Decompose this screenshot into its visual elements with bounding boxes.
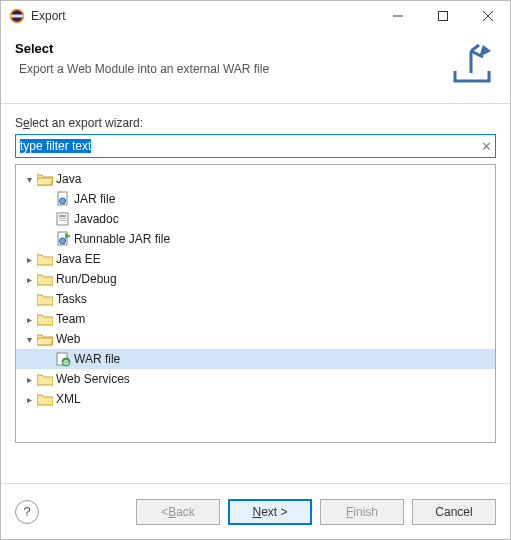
- folder-icon: [36, 311, 54, 327]
- filter-input[interactable]: [15, 134, 496, 158]
- finish-hot: F: [346, 505, 353, 519]
- close-button[interactable]: [465, 1, 510, 31]
- svg-point-8: [60, 198, 66, 204]
- folder-open-icon: [36, 331, 54, 347]
- tree-label: Web: [56, 332, 80, 346]
- next-hot: N: [252, 505, 261, 519]
- window-buttons: [375, 1, 510, 31]
- tree-item-xml[interactable]: ▸ XML: [16, 389, 495, 409]
- runnable-jar-icon: [54, 231, 72, 247]
- tree-item-web[interactable]: ▾ Web: [16, 329, 495, 349]
- svg-marker-15: [65, 233, 71, 239]
- button-bar: ? < Back Next > Finish Cancel: [1, 483, 510, 539]
- back-post: ack: [176, 505, 195, 519]
- collapse-icon[interactable]: ▾: [22, 174, 36, 185]
- svg-rect-1: [11, 15, 23, 18]
- cancel-button[interactable]: Cancel: [412, 499, 496, 525]
- page-title: Select: [15, 41, 438, 56]
- main-area: Select an export wizard: ✕ ▾ Java JAR fi…: [1, 104, 510, 483]
- tree-item-webservices[interactable]: ▸ Web Services: [16, 369, 495, 389]
- svg-rect-12: [59, 220, 66, 221]
- expand-icon[interactable]: ▸: [22, 394, 36, 405]
- jar-file-icon: [54, 191, 72, 207]
- tree-label: JAR file: [74, 192, 115, 206]
- war-file-icon: [54, 351, 72, 367]
- svg-rect-3: [438, 12, 447, 21]
- help-button[interactable]: ?: [15, 500, 39, 524]
- tree-item-war-file[interactable]: WAR file: [16, 349, 495, 369]
- expand-icon[interactable]: ▸: [22, 374, 36, 385]
- tree-item-javaee[interactable]: ▸ Java EE: [16, 249, 495, 269]
- tree-item-runnable-jar[interactable]: Runnable JAR file: [16, 229, 495, 249]
- clear-icon[interactable]: ✕: [481, 139, 492, 154]
- back-button[interactable]: < Back: [136, 499, 220, 525]
- filter-label: Select an export wizard:: [15, 116, 496, 130]
- title-bar: Export: [1, 1, 510, 31]
- expand-icon[interactable]: ▸: [22, 314, 36, 325]
- collapse-icon[interactable]: ▾: [22, 334, 36, 345]
- tree-label: Java: [56, 172, 81, 186]
- filter-label-post: lect an export wizard:: [30, 116, 143, 130]
- window-title: Export: [31, 9, 375, 23]
- tree-label: Web Services: [56, 372, 130, 386]
- tree-label: Java EE: [56, 252, 101, 266]
- wizard-header: Select Export a Web Module into an exter…: [1, 31, 510, 104]
- back-pre: <: [161, 505, 168, 519]
- javadoc-icon: [54, 211, 72, 227]
- next-button[interactable]: Next >: [228, 499, 312, 525]
- tree-label: Javadoc: [74, 212, 119, 226]
- folder-icon: [36, 251, 54, 267]
- tree-item-team[interactable]: ▸ Team: [16, 309, 495, 329]
- folder-open-icon: [36, 171, 54, 187]
- tree-label: Team: [56, 312, 85, 326]
- filter-label-pre: S: [15, 116, 23, 130]
- tree-item-tasks[interactable]: ▸ Tasks: [16, 289, 495, 309]
- tree-label: WAR file: [74, 352, 120, 366]
- tree-item-java[interactable]: ▾ Java: [16, 169, 495, 189]
- tree-label: XML: [56, 392, 81, 406]
- folder-icon: [36, 271, 54, 287]
- filter-label-hot: e: [23, 116, 30, 130]
- folder-icon: [36, 371, 54, 387]
- finish-button[interactable]: Finish: [320, 499, 404, 525]
- folder-icon: [36, 291, 54, 307]
- page-subtitle: Export a Web Module into an external WAR…: [15, 62, 438, 76]
- tree-item-rundebug[interactable]: ▸ Run/Debug: [16, 269, 495, 289]
- minimize-button[interactable]: [375, 1, 420, 31]
- svg-marker-6: [479, 45, 491, 57]
- svg-rect-11: [59, 218, 66, 219]
- expand-icon[interactable]: ▸: [22, 274, 36, 285]
- finish-post: inish: [353, 505, 378, 519]
- tree-item-jar-file[interactable]: JAR file: [16, 189, 495, 209]
- tree-label: Run/Debug: [56, 272, 117, 286]
- tree-label: Runnable JAR file: [74, 232, 170, 246]
- svg-rect-10: [59, 215, 66, 217]
- next-post: ext >: [261, 505, 287, 519]
- tree-item-javadoc[interactable]: Javadoc: [16, 209, 495, 229]
- tree-container: ▾ Java JAR file Javadoc: [15, 164, 496, 443]
- folder-icon: [36, 391, 54, 407]
- app-icon: [9, 8, 25, 24]
- maximize-button[interactable]: [420, 1, 465, 31]
- expand-icon[interactable]: ▸: [22, 254, 36, 265]
- tree-label: Tasks: [56, 292, 87, 306]
- filter-wrap: ✕: [15, 134, 496, 158]
- svg-point-14: [60, 238, 66, 244]
- export-icon: [448, 41, 496, 89]
- wizard-tree[interactable]: ▾ Java JAR file Javadoc: [16, 165, 495, 442]
- back-hot: B: [168, 505, 176, 519]
